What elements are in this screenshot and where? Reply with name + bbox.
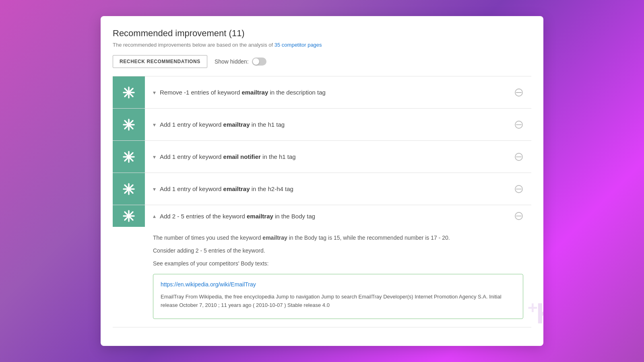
- show-hidden-control: Show hidden:: [215, 58, 266, 66]
- example-box-5: https://en.wikipedia.org/wiki/EmailTray …: [153, 274, 523, 319]
- rec-content-5: ▴ Add 2 - 5 entries of the keyword email…: [145, 205, 506, 227]
- hide-icon-5[interactable]: [506, 205, 531, 227]
- chevron-2[interactable]: ▾: [153, 121, 156, 128]
- wrench-icon-2: [122, 117, 136, 132]
- wrench-icon-1: [122, 85, 136, 100]
- chevron-1[interactable]: ▾: [153, 89, 156, 96]
- expanded-line3: See examples of your competitors' Body t…: [153, 259, 523, 269]
- rec-item-5: ▴ Add 2 - 5 entries of the keyword email…: [113, 205, 531, 327]
- show-hidden-toggle[interactable]: [252, 58, 266, 66]
- rec-main-row-5: ▴ Add 2 - 5 entries of the keyword email…: [113, 205, 531, 227]
- rec-item-2: ▾ Add 1 entry of keyword emailtray in th…: [113, 109, 531, 141]
- rec-content-1: ▾ Remove -1 entries of keyword emailtray…: [145, 76, 506, 108]
- rec-text-3: Add 1 entry of keyword email notifier in…: [160, 153, 498, 160]
- wrench-icon-3: [122, 150, 136, 164]
- rec-icon-col-5: [113, 205, 145, 227]
- rec-expanded-body-5: The number of times you used the keyword…: [113, 227, 531, 327]
- rec-text-4: Add 1 entry of keyword emailtray in the …: [160, 185, 498, 192]
- expanded-line1: The number of times you used the keyword…: [153, 233, 523, 243]
- rec-item-4: ▾ Add 1 entry of keyword emailtray in th…: [113, 173, 531, 205]
- chevron-5[interactable]: ▴: [153, 213, 156, 219]
- recommendations-list: ▾ Remove -1 entries of keyword emailtray…: [113, 76, 531, 327]
- rec-icon-col-1: [113, 76, 145, 108]
- hide-icon-3[interactable]: [506, 141, 531, 173]
- example-url-link[interactable]: https://en.wikipedia.org/wiki/EmailTray: [161, 280, 516, 290]
- hide-icon-4[interactable]: [506, 173, 531, 205]
- example-text: EmailTray From Wikipedia, the free encyc…: [161, 293, 516, 310]
- rec-icon-col-4: [113, 173, 145, 205]
- rec-item-3: ▾ Add 1 entry of keyword email notifier …: [113, 141, 531, 173]
- wrench-icon-4: [122, 182, 136, 196]
- recheck-button[interactable]: RECHECK RECOMMENDATIONS: [113, 55, 207, 68]
- chevron-3[interactable]: ▾: [153, 154, 156, 160]
- competitor-pages-link[interactable]: 35 competitor pages: [275, 42, 322, 48]
- page-subtitle: The recommended improvements below are b…: [113, 42, 531, 48]
- main-card: Recommended improvement (11) The recomme…: [101, 16, 543, 346]
- rec-text-2: Add 1 entry of keyword emailtray in the …: [160, 121, 498, 128]
- wrench-icon-5: [122, 209, 136, 223]
- rec-text-1: Remove -1 entries of keyword emailtray i…: [160, 89, 498, 96]
- rec-icon-col-2: [113, 109, 145, 140]
- chevron-4[interactable]: ▾: [153, 186, 156, 192]
- toolbar: RECHECK RECOMMENDATIONS Show hidden:: [113, 55, 531, 68]
- hide-icon-2[interactable]: [506, 109, 531, 140]
- page-title: Recommended improvement (11): [113, 28, 531, 39]
- rec-content-4: ▾ Add 1 entry of keyword emailtray in th…: [145, 173, 506, 205]
- expanded-line2: Consider adding 2 - 5 entries of the key…: [153, 246, 523, 256]
- hide-icon-1[interactable]: [506, 76, 531, 108]
- show-hidden-label: Show hidden:: [215, 58, 249, 65]
- rec-text-5: Add 2 - 5 entries of the keyword emailtr…: [160, 213, 498, 220]
- rec-content-2: ▾ Add 1 entry of keyword emailtray in th…: [145, 109, 506, 140]
- subtitle-prefix: The recommended improvements below are b…: [113, 42, 275, 48]
- rec-item-1: ▾ Remove -1 entries of keyword emailtray…: [113, 76, 531, 109]
- rec-icon-col-3: [113, 141, 145, 173]
- rec-content-3: ▾ Add 1 entry of keyword email notifier …: [145, 141, 506, 173]
